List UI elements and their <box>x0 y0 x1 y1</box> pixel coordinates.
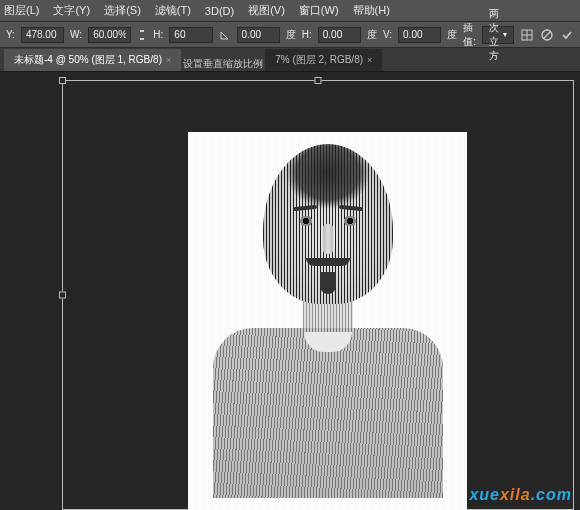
deg-label-2: 度 <box>367 28 377 42</box>
menu-layer[interactable]: 图层(L) <box>4 3 39 18</box>
transform-handle-ml[interactable] <box>59 292 66 299</box>
menu-help[interactable]: 帮助(H) <box>353 3 390 18</box>
nose <box>323 224 333 254</box>
menu-filter[interactable]: 滤镜(T) <box>155 3 191 18</box>
watermark: xuexila.com <box>469 486 572 504</box>
y-input[interactable] <box>21 27 64 43</box>
canvas-area[interactable]: ✛ xuexila.com <box>0 72 580 510</box>
svg-line-2 <box>544 31 551 38</box>
tooltip-v-scale: 设置垂直缩放比例 <box>183 57 263 71</box>
eye-left <box>297 216 315 226</box>
menu-window[interactable]: 窗口(W) <box>299 3 339 18</box>
link-icon[interactable] <box>137 28 147 42</box>
tab-1-label: 未标题-4 @ 50% (图层 1, RGB/8) <box>14 53 162 67</box>
eye-right <box>341 216 359 226</box>
skew-h-label: H: <box>302 29 312 40</box>
deg-label-3: 度 <box>447 28 457 42</box>
transform-handle-tl[interactable] <box>59 77 66 84</box>
skew-h-input[interactable] <box>318 27 361 43</box>
portrait-figure <box>213 144 443 498</box>
cancel-icon[interactable] <box>540 26 554 44</box>
portrait-head <box>263 144 393 304</box>
menu-view[interactable]: 视图(V) <box>248 3 285 18</box>
interp-value: 两次立方 <box>489 7 499 63</box>
menu-3d[interactable]: 3D(D) <box>205 5 234 17</box>
commit-icon[interactable] <box>560 26 574 44</box>
options-bar: Y: W: H: 度 H: 度 V: 度 插值: 两次立方 <box>0 22 580 48</box>
skew-v-label: V: <box>383 29 392 40</box>
mustache <box>306 258 350 266</box>
tab-document-2[interactable]: 7% (图层 2, RGB/8) × <box>265 49 382 71</box>
watermark-part1: xue <box>469 486 500 503</box>
h-input[interactable] <box>169 27 212 43</box>
w-input[interactable] <box>88 27 131 43</box>
interp-dropdown[interactable]: 两次立方 <box>482 26 514 44</box>
close-icon[interactable]: × <box>166 55 171 65</box>
interp-label: 插值: <box>463 21 476 49</box>
eyebrow-right <box>338 205 362 211</box>
transform-handle-tm[interactable] <box>315 77 322 84</box>
y-label: Y: <box>6 29 15 40</box>
artwork-image <box>188 132 467 510</box>
h-label: H: <box>153 29 163 40</box>
deg-label-1: 度 <box>286 28 296 42</box>
menu-select[interactable]: 选择(S) <box>104 3 141 18</box>
skew-v-input[interactable] <box>398 27 441 43</box>
angle-icon[interactable] <box>219 26 231 44</box>
tab-document-1[interactable]: 未标题-4 @ 50% (图层 1, RGB/8) × <box>4 49 181 71</box>
w-label: W: <box>70 29 82 40</box>
portrait-torso <box>213 328 443 498</box>
tab-2-label: 7% (图层 2, RGB/8) <box>275 53 363 67</box>
watermark-part2: xila <box>500 486 531 503</box>
close-icon[interactable]: × <box>367 55 372 65</box>
goatee <box>320 272 336 294</box>
eyebrow-left <box>292 205 316 211</box>
watermark-part3: .com <box>531 486 572 503</box>
angle-input[interactable] <box>237 27 280 43</box>
menu-type[interactable]: 文字(Y) <box>53 3 90 18</box>
warp-icon[interactable] <box>520 26 534 44</box>
